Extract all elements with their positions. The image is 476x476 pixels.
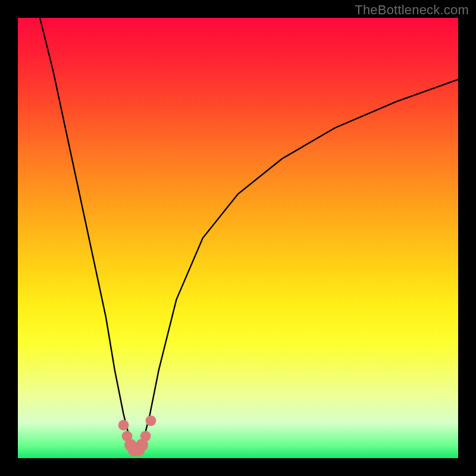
watermark-text: TheBottleneck.com <box>355 2 469 18</box>
chart-frame: TheBottleneck.com <box>0 0 476 476</box>
valley-marker <box>118 420 129 431</box>
chart-svg <box>18 18 458 458</box>
valley-marker <box>140 431 151 441</box>
curve-layer <box>40 18 458 452</box>
valley-markers <box>118 415 156 456</box>
plot-area <box>18 18 458 458</box>
bottleneck-curve <box>40 18 458 452</box>
valley-marker <box>146 415 156 426</box>
